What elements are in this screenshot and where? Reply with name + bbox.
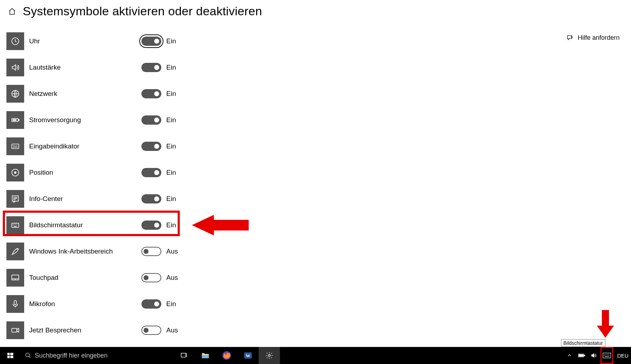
info-icon-box <box>6 190 24 208</box>
power-icon <box>11 115 20 125</box>
keyboard-tray-icon <box>603 352 611 359</box>
svg-text:W: W <box>246 353 250 358</box>
toggle-knob <box>154 170 159 175</box>
toggle-state-label: Ein <box>166 64 176 71</box>
toggle-wrap: Aus <box>141 247 178 256</box>
toggle-switch[interactable] <box>141 326 161 335</box>
ime-icon-box <box>6 137 24 155</box>
toggle-knob <box>154 118 159 123</box>
svg-rect-3 <box>18 119 19 121</box>
toggle-knob <box>154 223 159 228</box>
toggle-wrap: Ein <box>141 37 176 46</box>
volume-icon-box <box>6 59 24 76</box>
mic-icon <box>11 299 20 309</box>
setting-row: Jetzt BesprechenAus <box>6 317 625 343</box>
toggle-state-label: Ein <box>166 142 176 150</box>
tray-touch-keyboard[interactable] <box>600 347 613 364</box>
toggle-switch[interactable] <box>141 142 161 151</box>
setting-row: PositionEin <box>6 159 625 186</box>
touchpad-icon <box>11 273 20 282</box>
toggle-state-label: Ein <box>166 221 176 229</box>
setting-label: Eingabeindikator <box>29 142 122 150</box>
search-icon <box>25 352 31 359</box>
toggle-state-label: Ein <box>166 300 176 308</box>
toggle-switch[interactable] <box>141 194 161 203</box>
toggle-knob <box>154 39 159 44</box>
tray-language[interactable]: DEU <box>615 353 631 359</box>
toggle-switch[interactable] <box>141 115 161 125</box>
setting-label: Mikrofon <box>29 300 122 308</box>
toggle-wrap: Ein <box>141 194 176 203</box>
toggle-state-label: Ein <box>166 116 176 124</box>
volume-tray-icon <box>590 352 597 359</box>
ink-icon <box>11 247 20 256</box>
toggle-switch[interactable] <box>141 273 161 282</box>
setting-label: Lautstärke <box>29 64 122 71</box>
toggle-switch[interactable] <box>141 247 161 256</box>
setting-row: TouchpadAus <box>6 265 625 291</box>
setting-label: Stromversorgung <box>29 116 122 124</box>
setting-label: Netzwerk <box>29 90 122 98</box>
keyboard-icon <box>11 221 20 230</box>
word-button[interactable]: W <box>237 347 259 364</box>
location-icon-box <box>6 164 24 181</box>
toggle-wrap: Ein <box>141 89 176 98</box>
home-button[interactable] <box>6 6 18 17</box>
clock-icon-box <box>6 32 24 50</box>
setting-row: MikrofonEin <box>6 291 625 317</box>
page-title: Systemsymbole aktivieren oder deaktivier… <box>23 4 262 18</box>
svg-rect-41 <box>202 355 209 358</box>
network-icon <box>11 89 20 98</box>
tray-battery[interactable] <box>576 347 587 364</box>
toggle-switch[interactable] <box>141 299 161 309</box>
svg-rect-30 <box>14 300 17 305</box>
info-icon <box>11 194 20 203</box>
toggle-switch[interactable] <box>141 89 161 98</box>
toggle-switch[interactable] <box>141 221 161 230</box>
tray-keyboard-tooltip: Bildschirmtastatur <box>561 339 605 347</box>
svg-line-38 <box>29 356 31 358</box>
toggle-state-label: Aus <box>166 274 178 282</box>
setting-label: Touchpad <box>29 274 122 282</box>
touchpad-icon-box <box>6 269 24 287</box>
toggle-state-label: Ein <box>166 169 176 176</box>
battery-icon <box>578 353 585 358</box>
toggle-knob <box>154 91 159 96</box>
settings-taskbar-button[interactable] <box>259 347 280 364</box>
toggle-wrap: Ein <box>141 168 176 177</box>
setting-row: LautstärkeEin <box>6 54 625 81</box>
windows-icon <box>7 352 14 359</box>
svg-rect-34 <box>10 353 13 355</box>
toggle-state-label: Ein <box>166 195 176 203</box>
tray-overflow-button[interactable] <box>564 347 575 364</box>
ime-icon <box>11 142 20 151</box>
toggle-switch[interactable] <box>141 168 161 177</box>
toggle-knob <box>154 301 159 306</box>
word-icon: W <box>243 351 253 360</box>
taskbar: Suchbegriff hier eingeben W DEU <box>0 347 631 364</box>
taskbar-search[interactable]: Suchbegriff hier eingeben <box>21 347 173 364</box>
setting-row: Info-CenterEin <box>6 186 625 212</box>
tray-volume[interactable] <box>588 347 599 364</box>
start-button[interactable] <box>0 347 21 364</box>
toggle-knob <box>154 196 159 201</box>
firefox-button[interactable] <box>216 347 237 364</box>
toggle-knob <box>154 65 159 70</box>
svg-point-11 <box>14 172 17 174</box>
toggle-state-label: Aus <box>166 326 178 334</box>
search-placeholder: Suchbegriff hier eingeben <box>35 352 108 359</box>
folder-icon <box>201 351 210 360</box>
toggle-switch[interactable] <box>141 63 161 72</box>
toggle-wrap: Ein <box>141 142 176 151</box>
system-tray: DEU <box>564 347 631 364</box>
task-view-button[interactable] <box>173 347 195 364</box>
svg-rect-35 <box>7 356 10 358</box>
toggle-state-label: Ein <box>166 90 176 98</box>
setting-label: Uhr <box>29 37 122 45</box>
clock-icon <box>11 37 20 46</box>
setting-row: UhrEin <box>6 28 625 54</box>
file-explorer-button[interactable] <box>195 347 216 364</box>
toggle-switch[interactable] <box>141 37 161 46</box>
toggle-wrap: Ein <box>141 221 176 230</box>
svg-rect-48 <box>579 355 583 357</box>
